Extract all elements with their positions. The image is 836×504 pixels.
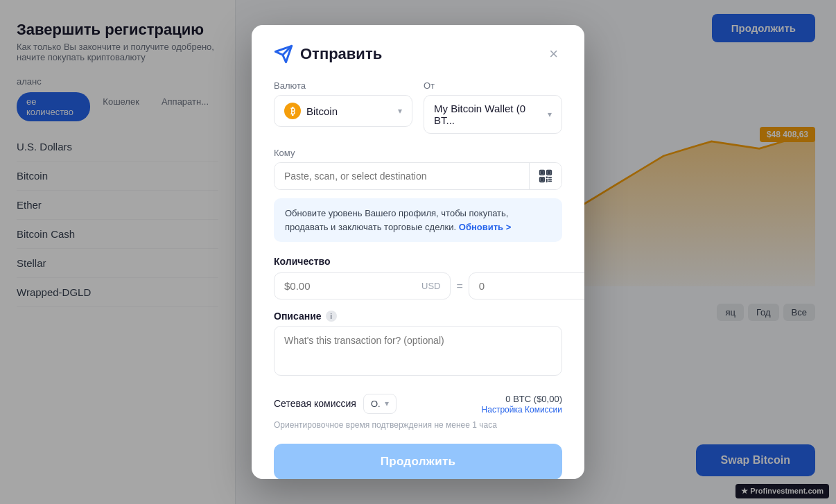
currency-chevron-icon: ▾ [398,106,402,116]
btc-amount-input[interactable] [479,280,584,292]
from-label: От [424,80,562,91]
qr-icon [538,168,553,184]
svg-rect-5 [541,172,543,174]
modal-title-row: Отправить [274,44,382,64]
currency-select-text: Bitcoin [306,105,392,117]
fee-select-text: О. [371,399,381,409]
qr-button[interactable] [529,163,561,189]
equals-sign: = [456,280,462,293]
send-icon [274,44,293,64]
usd-currency-label: USD [421,281,440,291]
fee-right: 0 BTC ($0,00) Настройка Комиссии [482,392,562,415]
currency-group: Валюта ₿ Bitcoin ▾ [274,80,412,134]
desc-textarea[interactable] [274,326,562,376]
currency-select[interactable]: ₿ Bitcoin ▾ [274,95,412,127]
info-text: Обновите уровень Вашего профиля, чтобы п… [285,207,551,234]
send-modal: Отправить × Валюта ₿ Bitcoin ▾ От My Bit… [252,25,584,478]
from-chevron-icon: ▾ [548,110,552,119]
modal-title: Отправить [300,45,382,63]
btc-amount-field: BTC [469,272,584,299]
info-box: Обновите уровень Вашего профиля, чтобы п… [274,198,562,242]
fee-chevron-icon: ▾ [385,399,389,408]
modal-header: Отправить × [274,44,562,64]
modal-continue-button[interactable]: Продолжить [274,444,562,478]
upgrade-link[interactable]: Обновить > [459,222,511,232]
amount-section: Количество USD = BTC [274,256,562,299]
svg-rect-6 [548,172,550,174]
usd-amount-field: USD [274,272,451,299]
destination-row [274,162,562,190]
fee-left: Сетевая комиссия О. ▾ [274,394,397,414]
currency-label: Валюта [274,80,412,91]
from-select[interactable]: My Bitcoin Wallet (0 BT... ▾ [424,95,562,134]
from-select-text: My Bitcoin Wallet (0 BT... [434,103,542,126]
fee-row: Сетевая комиссия О. ▾ 0 BTC ($0,00) Наст… [274,392,562,415]
fee-amount: 0 BTC ($0,00) [505,394,562,404]
usd-amount-input[interactable] [284,280,416,292]
fee-select[interactable]: О. ▾ [363,394,397,414]
amount-row: USD = BTC [274,272,562,299]
close-button[interactable]: × [545,45,562,63]
fee-settings-link[interactable]: Настройка Комиссии [482,405,562,415]
modal-overlay: Отправить × Валюта ₿ Bitcoin ▾ От My Bit… [0,0,836,504]
destination-input[interactable] [275,163,529,189]
description-section: Описание i [274,311,562,379]
svg-rect-7 [541,179,543,181]
desc-label-row: Описание i [274,311,562,322]
btc-icon: ₿ [284,103,301,119]
fee-label: Сетевая комиссия [274,398,356,409]
info-icon: i [326,311,337,322]
currency-from-row: Валюта ₿ Bitcoin ▾ От My Bitcoin Wallet … [274,80,562,134]
amount-label: Количество [274,256,562,267]
desc-label: Описание [274,311,322,322]
confirmation-text: Ориентировочное время подтверждения не м… [274,420,562,430]
to-label: Кому [274,148,562,158]
from-group: От My Bitcoin Wallet (0 BT... ▾ [424,80,562,134]
